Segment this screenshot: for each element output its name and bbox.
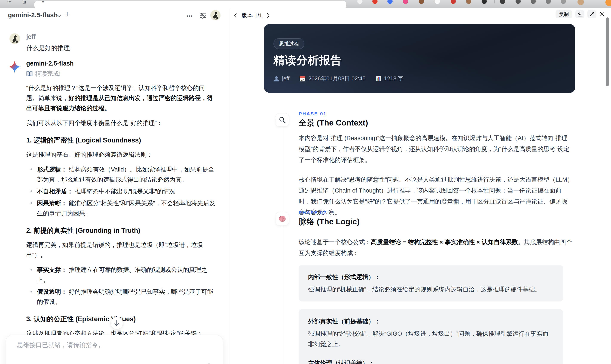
chat-panel: gemini-2.5-flash + ⋯ (0, 8, 229, 364)
gemini-star-icon (9, 61, 21, 73)
gemini-avatar (9, 61, 21, 73)
more-menu-button[interactable]: ⋯ (186, 12, 194, 20)
copy-button[interactable]: 复制 (556, 10, 572, 18)
list-item: 假设透明： 好的推理会明确指明哪些是已知事实，哪些是基于可能的假设。 (26, 287, 216, 307)
extension-icon[interactable] (387, 0, 393, 4)
apps-grid-icon[interactable]: ⊞ (22, 0, 27, 4)
bullet-list: 形式逻辑： 结构必须有效（Valid）。比如演绎推理中，如果前提全部为真，那么通… (26, 164, 216, 218)
new-chat-button[interactable]: + (65, 10, 69, 19)
menu-icon[interactable]: ≡ (40, 1, 46, 4)
settings-sliders-icon[interactable] (200, 13, 206, 19)
logic-card-1: 内部一致性（形式逻辑）： 强调推理的“机械正确”。结论必须在给定的规则系统内逻辑… (299, 265, 563, 301)
list-item: 事实支撑： 推理建立在可靠的数据、准确的观测或公认的真理之上。 (26, 265, 216, 285)
phase2-label: PHASE 02 (299, 210, 327, 216)
user-message: jeff 什么是好的推理 (26, 33, 70, 52)
profile-avatar[interactable] (577, 0, 584, 5)
list-item: 形式逻辑： 结构必须有效（Valid）。比如演绎推理中，如果前提全部为真，那么通… (26, 164, 216, 185)
close-icon[interactable] (599, 11, 605, 17)
extension-icon[interactable] (466, 0, 471, 4)
chat-scroll-area[interactable]: jeff 什么是好的推理 gemini-2.5-flash (0, 25, 229, 364)
toolbar-separator (494, 0, 495, 3)
phase1-icon-box (276, 113, 289, 127)
chevron-down-icon[interactable] (57, 14, 62, 17)
extension-icon[interactable] (419, 0, 424, 4)
download-button[interactable] (575, 10, 584, 18)
scroll-to-bottom-button[interactable] (110, 317, 123, 329)
extension-icon[interactable] (500, 0, 505, 4)
extension-icon[interactable] (372, 0, 378, 4)
assistant-status-text: 精读完成! (35, 70, 61, 78)
phase2-title: 脉络 (The Logic) (299, 216, 360, 227)
extension-icon[interactable] (482, 0, 487, 4)
arrow-down-icon (114, 320, 120, 326)
reload-icon[interactable]: ⟳ (6, 0, 12, 4)
phase2-body: 该论述基于一个核心公式：高质量结论 = 结构完整性 × 事实准确性 × 认知自律… (299, 237, 573, 267)
chat-header: gemini-2.5-flash + ⋯ (0, 8, 229, 24)
phase2-icon-box (276, 212, 289, 225)
extension-icon[interactable] (403, 0, 408, 4)
assistant-status: 精读完成! (26, 70, 216, 78)
report-actions: 复制 (556, 10, 605, 18)
phase1-label: PHASE 01 (299, 111, 327, 117)
magnifier-icon (279, 117, 286, 123)
meta-date: 17 2026年01月08日 02:45 (299, 75, 365, 82)
report-hero-card: 思维过程 精读分析报告 jeff (264, 24, 575, 93)
model-selector[interactable]: gemini-2.5-flash (8, 11, 58, 19)
screen: ⟳ ⊞ ≡ gemini-2.5-flash + ⋯ (0, 0, 611, 364)
report-panel: 版本 1/1 复制 (229, 8, 611, 364)
avatar-figure-icon (210, 10, 221, 20)
extension-icon[interactable] (546, 0, 551, 4)
extension-icon[interactable] (435, 0, 440, 4)
assistant-message: gemini-2.5-flash 精读完成! “什么是好的推理？”这是一个涉及逻… (26, 60, 216, 364)
extension-icon[interactable] (531, 0, 536, 4)
report-badge: 思维过程 (273, 38, 305, 49)
paragraph: 该论述基于一个核心公式：高质量结论 = 结构完整性 × 事实准确性 × 认知自律… (299, 237, 573, 259)
card-title: 主体伦理（认识美德）： (308, 358, 554, 364)
report-document[interactable]: 思维过程 精读分析报告 jeff (229, 23, 611, 364)
version-navigator: 版本 1/1 (234, 12, 270, 19)
extension-icon[interactable] (357, 0, 362, 4)
brain-icon (279, 216, 286, 222)
meta-author: jeff (273, 75, 289, 82)
person-icon (273, 76, 279, 82)
section-heading: 1. 逻辑的严密性 (Logical Soundness) (26, 136, 216, 145)
chevron-right-icon[interactable] (267, 13, 270, 18)
scrollbar-thumb[interactable] (606, 17, 609, 86)
chevron-left-icon[interactable] (234, 13, 237, 18)
paragraph: 本内容是对“推理 (Reasoning)”这一抽象概念的高层建模。在知识爆炸与人… (299, 133, 573, 166)
report-toolbar: 版本 1/1 复制 (229, 8, 611, 23)
svg-text:17: 17 (301, 78, 304, 81)
extension-icon[interactable] (516, 0, 521, 4)
list-item: 因果清晰： 能准确区分“相关性”和“因果关系”，不会轻率地将先后发生的事情归为因… (26, 198, 216, 218)
version-label: 版本 1/1 (242, 12, 262, 19)
chat-input-placeholder: 思维接口已就绪，请传输指令。 (17, 341, 104, 349)
report-meta: jeff 17 2026年01月08日 02:45 (273, 75, 404, 82)
download-icon (577, 12, 582, 17)
extension-icon[interactable] (451, 0, 456, 4)
card-text: 强调推理的“经验校准”。解决“GIGO（垃圾进，垃圾出）”问题，确保推理引擎运行… (308, 328, 554, 349)
meta-word-count: 1213 字 (375, 75, 404, 82)
user-avatar (10, 33, 20, 44)
user-avatar[interactable] (210, 10, 221, 20)
report-title: 精读分析报告 (273, 53, 342, 68)
paragraph: 这是推理的基石。好的推理必须遵循逻辑法则： (26, 150, 216, 160)
logic-card-2: 外部真实性（前提基础）： 强调推理的“经验校准”。解决“GIGO（垃圾进，垃圾出… (299, 309, 563, 356)
card-text: 强调推理的“机械正确”。结论必须在给定的规则系统内逻辑自洽，这是推理的硬件基础。 (308, 284, 554, 295)
phase-section-1: PHASE 01 全景 (The Context) 本内容是对“推理 (Reas… (229, 111, 611, 210)
paragraph: 我们可以从以下四个维度来衡量什么是“好的推理”： (26, 118, 216, 128)
assistant-name: gemini-2.5-flash (26, 60, 216, 67)
logic-card-3: 主体伦理（认识美德）： 转向推理者的心理特征。引入奥卡姆剃刀和反向论证，旨在克服… (299, 351, 563, 364)
extension-icon[interactable] (605, 0, 611, 6)
extension-icon[interactable] (561, 0, 566, 4)
user-name: jeff (26, 33, 70, 40)
bullet-list: 事实支撑： 推理建立在可靠的数据、准确的观测或公认的真理之上。 假设透明： 好的… (26, 265, 216, 307)
phase1-title: 全景 (The Context) (299, 117, 368, 128)
list-item: 不自相矛盾： 推理链条中不能出现“既是又非”的情况。 (26, 186, 216, 196)
phase-section-2: PHASE 02 脉络 (The Logic) 该论述基于一个核心公式：高质量结… (229, 210, 611, 274)
expand-button[interactable] (587, 10, 596, 18)
calendar-icon: 17 (299, 75, 306, 82)
card-title: 内部一致性（形式逻辑）： (308, 272, 554, 282)
chat-input[interactable]: 思维接口已就绪，请传输指令。 + (6, 335, 223, 364)
browser-toolbar: ⟳ ⊞ ≡ (0, 0, 611, 8)
card-title: 外部真实性（前提基础）： (308, 316, 554, 327)
